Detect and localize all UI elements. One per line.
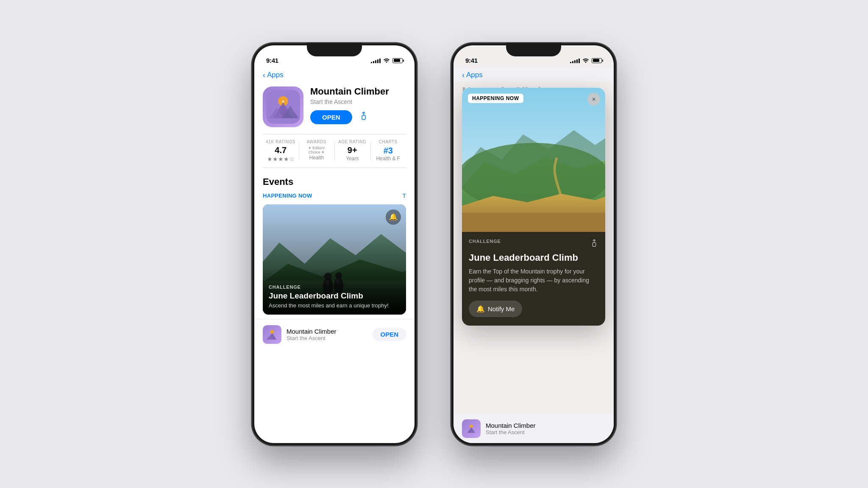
editors-badge: ✦ Editors'Choice ✦ bbox=[299, 146, 335, 155]
svg-rect-6 bbox=[362, 115, 365, 120]
event-card[interactable]: 🔔 CHALLENGE June Leaderboard Climb Ascen… bbox=[263, 204, 406, 315]
left-phone: 9:41 bbox=[252, 43, 417, 446]
battery-icon bbox=[392, 58, 403, 63]
landscape-svg bbox=[462, 88, 605, 232]
bottom-app-row: Mountain Climber Start the Ascent OPEN bbox=[254, 319, 415, 350]
svg-rect-27 bbox=[593, 243, 595, 246]
open-button[interactable]: OPEN bbox=[310, 110, 352, 124]
event-modal: HAPPENING NOW × CHALLENGE June Leaderboa… bbox=[462, 88, 605, 326]
status-icons bbox=[371, 57, 403, 64]
modal-event-type: CHALLENGE bbox=[469, 239, 598, 250]
events-title: Events bbox=[263, 176, 406, 187]
stat-charts: CHARTS #3 Health & F bbox=[370, 139, 406, 162]
modal-content: CHALLENGE June Leaderboard Climb Earn th… bbox=[462, 232, 605, 326]
notch-right bbox=[506, 43, 561, 56]
event-overlay: CHALLENGE June Leaderboard Climb Ascend … bbox=[263, 268, 406, 315]
app-tagline: Start the Ascent bbox=[310, 98, 406, 105]
mountain-svg bbox=[266, 90, 300, 124]
events-section: Events HAPPENING NOW T bbox=[254, 168, 415, 315]
stat-age: AGE RATING 9+ Years bbox=[334, 139, 370, 162]
bottom-icon-svg bbox=[264, 327, 280, 342]
app-header: Mountain Climber Start the Ascent OPEN bbox=[254, 81, 415, 134]
right-bottom-info: Mountain Climber Start the Ascent bbox=[486, 422, 605, 435]
bottom-app-info: Mountain Climber Start the Ascent bbox=[287, 328, 373, 341]
app-info: Mountain Climber Start the Ascent OPEN bbox=[310, 86, 406, 124]
stats-bar: 41K RATINGS 4.7 ★★★★☆ AWARDS ✦ Editors'C… bbox=[263, 134, 406, 168]
modal-share-icon[interactable] bbox=[590, 239, 598, 250]
bell-icon: 🔔 bbox=[389, 213, 398, 221]
modal-close-button[interactable]: × bbox=[587, 93, 600, 106]
phone-screen: 9:41 bbox=[254, 45, 415, 443]
back-arrow-icon: ‹ bbox=[263, 71, 265, 80]
events-filter-row: HAPPENING NOW T bbox=[263, 192, 406, 199]
right-signal-icon bbox=[570, 58, 580, 63]
event-desc: Ascend the most miles and earn a unique … bbox=[269, 302, 400, 309]
see-all[interactable]: T bbox=[402, 192, 406, 199]
share-icon[interactable] bbox=[359, 111, 368, 123]
event-name: June Leaderboard Climb bbox=[269, 291, 400, 301]
modal-event-desc: Earn the Top of the Mountain trophy for … bbox=[469, 267, 598, 294]
right-bottom-tagline: Start the Ascent bbox=[486, 429, 605, 435]
right-wifi-icon bbox=[582, 57, 589, 64]
status-time: 9:41 bbox=[266, 57, 278, 64]
back-nav[interactable]: ‹ Apps bbox=[254, 67, 415, 81]
event-type: CHALLENGE bbox=[269, 284, 400, 290]
app-action-row: OPEN bbox=[310, 110, 406, 124]
notify-me-button[interactable]: 🔔 Notify Me bbox=[469, 301, 522, 317]
right-back-arrow-icon: ‹ bbox=[462, 71, 465, 80]
right-bottom-name: Mountain Climber bbox=[486, 422, 605, 429]
signal-icon bbox=[371, 58, 381, 63]
right-back-nav[interactable]: ‹ Apps bbox=[453, 67, 614, 81]
right-bottom-svg bbox=[465, 422, 478, 435]
bottom-app-name: Mountain Climber bbox=[287, 328, 373, 335]
modal-hero: HAPPENING NOW × bbox=[462, 88, 605, 232]
back-label: Apps bbox=[267, 71, 284, 79]
right-bottom-row: Mountain Climber Start the Ascent bbox=[453, 414, 614, 443]
scene: 9:41 bbox=[252, 43, 616, 446]
right-status-time: 9:41 bbox=[465, 57, 478, 64]
right-bottom-icon bbox=[462, 419, 481, 438]
bottom-app-icon bbox=[263, 325, 281, 344]
filter-label[interactable]: HAPPENING NOW bbox=[263, 192, 312, 199]
svg-marker-29 bbox=[467, 427, 476, 433]
right-battery-icon bbox=[592, 58, 602, 63]
app-icon bbox=[263, 86, 303, 127]
right-phone-screen: 9:41 bbox=[453, 45, 614, 443]
bell-button[interactable]: 🔔 bbox=[386, 209, 401, 225]
right-status-icons bbox=[570, 57, 602, 64]
right-back-label: Apps bbox=[466, 71, 483, 79]
bottom-open-button[interactable]: OPEN bbox=[373, 328, 406, 341]
stat-ratings: 41K RATINGS 4.7 ★★★★☆ bbox=[263, 139, 299, 162]
svg-rect-26 bbox=[462, 213, 605, 232]
notch bbox=[307, 43, 362, 56]
right-phone: 9:41 bbox=[451, 43, 616, 446]
app-name: Mountain Climber bbox=[310, 86, 406, 97]
modal-event-name: June Leaderboard Climb bbox=[469, 253, 598, 263]
stat-awards: AWARDS ✦ Editors'Choice ✦ Health bbox=[299, 139, 335, 162]
modal-badge: HAPPENING NOW bbox=[468, 94, 523, 103]
notify-bell-icon: 🔔 bbox=[476, 305, 485, 313]
wifi-icon bbox=[383, 57, 390, 64]
bottom-app-tagline: Start the Ascent bbox=[287, 335, 373, 341]
